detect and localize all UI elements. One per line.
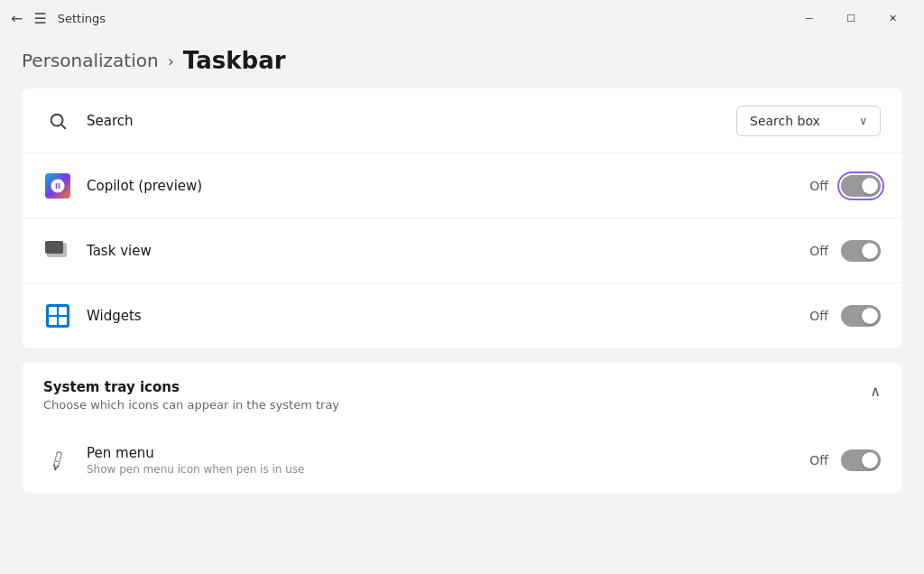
taskview-toggle[interactable] [841, 240, 881, 262]
taskview-toggle-label: Off [809, 244, 828, 258]
maximize-button[interactable]: ☐ [830, 4, 872, 32]
search-icon [43, 106, 72, 135]
taskview-control: Off [809, 240, 881, 262]
toggle-knob [862, 243, 878, 259]
title-bar-left: ← ☰ Settings [11, 10, 789, 27]
svg-line-1 [61, 125, 65, 128]
window-controls: ─ ☐ ✕ [789, 4, 913, 32]
search-dropdown[interactable]: Search box ∨ [736, 106, 881, 136]
breadcrumb-parent[interactable]: Personalization [22, 50, 159, 71]
pen-icon-graphic: 🖊 [42, 444, 74, 477]
back-button[interactable]: ← [11, 10, 23, 27]
breadcrumb-separator: › [168, 51, 174, 70]
widgets-icon [43, 301, 72, 330]
system-tray-title: System tray icons [43, 379, 870, 395]
app-title: Settings [58, 12, 106, 25]
search-control: Search box ∨ [736, 106, 881, 136]
minimize-button[interactable]: ─ [789, 4, 830, 32]
taskview-row: Task view Off [22, 218, 902, 283]
pen-icon: 🖊 [43, 446, 72, 475]
widgets-control: Off [809, 305, 881, 327]
pen-control: Off [809, 449, 881, 471]
copilot-row: Copilot (preview) Off [22, 153, 902, 218]
pen-menu-label: Pen menu [87, 445, 809, 461]
toggle-knob [862, 308, 878, 324]
collapse-icon: ∧ [870, 383, 881, 400]
pen-toggle-label: Off [809, 453, 828, 468]
copilot-toggle-label: Off [809, 179, 828, 193]
close-button[interactable]: ✕ [872, 4, 913, 32]
search-label: Search [87, 113, 736, 129]
copilot-icon-graphic [45, 173, 70, 199]
search-dropdown-value: Search box [750, 114, 820, 128]
system-tray-subtitle: Choose which icons can appear in the sys… [43, 398, 870, 412]
widgets-row: Widgets Off [22, 283, 902, 348]
system-tray-header-text: System tray icons Choose which icons can… [43, 379, 870, 412]
breadcrumb-current: Taskbar [183, 47, 286, 74]
system-tray-card: System tray icons Choose which icons can… [22, 363, 902, 493]
widgets-icon-graphic [46, 304, 69, 328]
pen-menu-toggle[interactable] [841, 449, 881, 471]
toggle-knob [862, 452, 878, 468]
settings-window: ← ☰ Settings ─ ☐ ✕ Personalization › Tas… [0, 0, 924, 574]
taskbar-items-card: Search Search box ∨ Copil [22, 88, 902, 348]
main-content: Search Search box ∨ Copil [0, 88, 924, 574]
pen-label-container: Pen menu Show pen menu icon when pen is … [87, 445, 809, 476]
taskview-label: Task view [87, 243, 809, 259]
widgets-label: Widgets [87, 308, 809, 324]
copilot-control: Off [809, 175, 881, 197]
search-row: Search Search box ∨ [22, 88, 902, 153]
system-tray-header[interactable]: System tray icons Choose which icons can… [22, 363, 902, 428]
pen-menu-sublabel: Show pen menu icon when pen is in use [87, 463, 809, 476]
taskview-icon [43, 236, 72, 265]
widgets-toggle-label: Off [809, 309, 828, 323]
toggle-knob [862, 178, 878, 194]
hamburger-menu-button[interactable]: ☰ [33, 10, 46, 27]
title-bar: ← ☰ Settings ─ ☐ ✕ [0, 0, 924, 36]
copilot-label: Copilot (preview) [87, 178, 809, 194]
widgets-toggle[interactable] [841, 305, 881, 327]
pen-menu-row: 🖊 Pen menu Show pen menu icon when pen i… [22, 428, 902, 493]
chevron-down-icon: ∨ [859, 115, 867, 127]
copilot-icon [43, 171, 72, 200]
breadcrumb: Personalization › Taskbar [0, 36, 924, 88]
copilot-toggle[interactable] [841, 175, 881, 197]
